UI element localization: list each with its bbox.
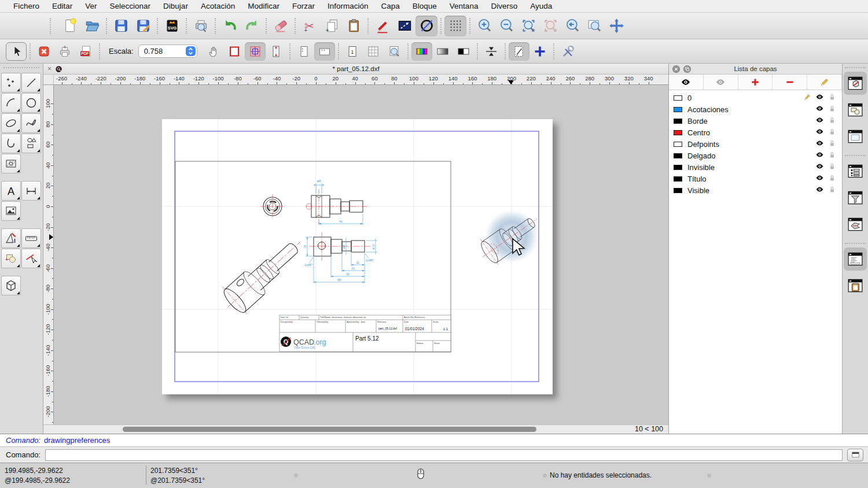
layer-list-panel-button[interactable]: [844, 72, 867, 95]
undo-button[interactable]: [219, 16, 241, 36]
layer-color-swatch[interactable]: [674, 107, 682, 112]
menu-dibujar[interactable]: Dibujar: [157, 2, 194, 10]
layer-lock-toggle[interactable]: [828, 174, 836, 184]
tool-dimension-button[interactable]: [21, 181, 41, 201]
layer-visibility-toggle[interactable]: [815, 139, 824, 149]
pan-hand-button[interactable]: [203, 42, 224, 61]
tool-line-button[interactable]: [21, 73, 41, 93]
property-editor-panel-button[interactable]: [844, 160, 867, 183]
command-input[interactable]: [45, 449, 843, 461]
layer-row[interactable]: Acotaciones: [669, 103, 842, 115]
menu-fichero[interactable]: Fichero: [7, 2, 46, 10]
layer-color-swatch[interactable]: [674, 153, 682, 158]
panel-detach-icon[interactable]: [683, 65, 691, 73]
full-color-button[interactable]: [411, 42, 432, 61]
layer-visibility-toggle[interactable]: [815, 173, 824, 184]
menu-capa[interactable]: Capa: [375, 2, 406, 10]
paste-button[interactable]: [343, 16, 365, 36]
compress-margins-button[interactable]: [481, 42, 502, 61]
tool-points-button[interactable]: [1, 73, 21, 93]
combo-stepper-icon[interactable]: [186, 46, 196, 56]
layer-lock-toggle[interactable]: [828, 162, 836, 172]
tool-box3d-button[interactable]: [1, 276, 21, 295]
tool-ellipse-button[interactable]: [1, 113, 21, 133]
scale-select[interactable]: 0.758: [138, 45, 197, 58]
layer-row[interactable]: Defpoints: [669, 138, 842, 150]
layer-visibility-toggle[interactable]: [815, 185, 824, 195]
tool-text-button[interactable]: A: [1, 181, 21, 201]
menu-editar[interactable]: Editar: [46, 2, 79, 10]
layer-row[interactable]: Invisible: [669, 161, 842, 173]
vertical-fit-button[interactable]: [266, 42, 286, 61]
tool-draft-button[interactable]: [1, 228, 21, 248]
pan-zoom-button[interactable]: [605, 16, 627, 36]
layer-visibility-toggle[interactable]: [815, 150, 824, 161]
layer-visibility-toggle[interactable]: [815, 104, 824, 114]
pointer-tool-button[interactable]: [6, 42, 27, 61]
tool-polyline-button[interactable]: [1, 134, 21, 153]
view-list-panel-button[interactable]: [844, 125, 867, 148]
draw-mode-button[interactable]: [415, 16, 437, 36]
layer-color-swatch[interactable]: [674, 142, 682, 147]
layer-visibility-toggle[interactable]: [815, 93, 824, 103]
property-editor-button[interactable]: [372, 16, 393, 36]
new-file-button[interactable]: [59, 16, 81, 36]
palette-handle[interactable]: [3, 67, 39, 71]
library-browser-panel-button[interactable]: [844, 213, 867, 236]
layer-row[interactable]: Delgado: [669, 150, 842, 161]
layer-plus-button[interactable]: [738, 75, 773, 90]
zoom-in-button[interactable]: [473, 16, 495, 36]
layer-color-swatch[interactable]: [674, 130, 682, 135]
cut-button[interactable]: ✂+: [299, 16, 321, 36]
menu-acotacion[interactable]: Acotación: [194, 2, 241, 10]
print-preview-button[interactable]: [190, 16, 212, 36]
tool-arc-button[interactable]: [1, 93, 21, 113]
paper-borders-button[interactable]: [224, 42, 245, 61]
copy-button[interactable]: +: [321, 16, 343, 36]
show-crosses-button[interactable]: [529, 42, 550, 61]
layer-lock-toggle[interactable]: [828, 116, 836, 126]
layer-color-swatch[interactable]: [674, 176, 682, 182]
toolbar-handle[interactable]: [50, 18, 54, 34]
page-margins-button[interactable]: [245, 42, 266, 61]
layer-lock-toggle[interactable]: [828, 128, 836, 138]
layer-row[interactable]: Borde: [669, 115, 842, 127]
strip-handle[interactable]: [845, 67, 866, 68]
pdf-export-button[interactable]: PDF: [75, 42, 96, 61]
menu-ayuda[interactable]: Ayuda: [524, 2, 558, 10]
tab-close-icon[interactable]: ×: [47, 65, 52, 72]
selection-filter-panel-button[interactable]: [844, 186, 867, 209]
drawing-canvas[interactable]: ø8 41: [54, 85, 668, 424]
command-window-button[interactable]: [847, 449, 863, 461]
tool-hatch-button[interactable]: [1, 154, 21, 173]
auto-zoom-button[interactable]: [517, 16, 539, 36]
print-button[interactable]: [54, 42, 75, 61]
reset-button[interactable]: [34, 42, 54, 61]
landscape-orientation-button[interactable]: [314, 42, 335, 61]
layer-color-swatch[interactable]: [674, 188, 682, 193]
multiple-pages-button[interactable]: [363, 42, 384, 61]
layer-visibility-toggle[interactable]: [815, 116, 824, 126]
layer-lock-toggle[interactable]: [828, 151, 836, 161]
tool-circle-button[interactable]: [21, 93, 41, 113]
tool-measure-button[interactable]: [21, 228, 41, 248]
portrait-orientation-button[interactable]: [293, 42, 314, 61]
svg-export-button[interactable]: SVG: [161, 16, 183, 36]
layer-row[interactable]: Centro: [669, 127, 842, 138]
layer-row[interactable]: 0: [669, 92, 842, 103]
previous-view-button[interactable]: [561, 16, 583, 36]
menu-ventana[interactable]: Ventana: [443, 2, 485, 10]
command-line-panel-button[interactable]: [844, 247, 867, 271]
layer-color-swatch[interactable]: [674, 119, 682, 124]
layer-minus-button[interactable]: [773, 75, 807, 90]
grid-toggle-button[interactable]: [444, 16, 466, 36]
layer-color-swatch[interactable]: [674, 165, 682, 170]
layer-eyeoff-button[interactable]: [704, 75, 738, 90]
clipboard-panel-button[interactable]: [844, 274, 867, 297]
save-as-button[interactable]: [132, 16, 154, 36]
horizontal-scrollbar[interactable]: 10 < 100: [43, 424, 668, 434]
layer-eye-button[interactable]: [669, 75, 704, 90]
layer-lock-toggle[interactable]: [828, 93, 836, 103]
zoom-out-button[interactable]: [495, 16, 517, 36]
tool-image-button[interactable]: [1, 201, 21, 221]
